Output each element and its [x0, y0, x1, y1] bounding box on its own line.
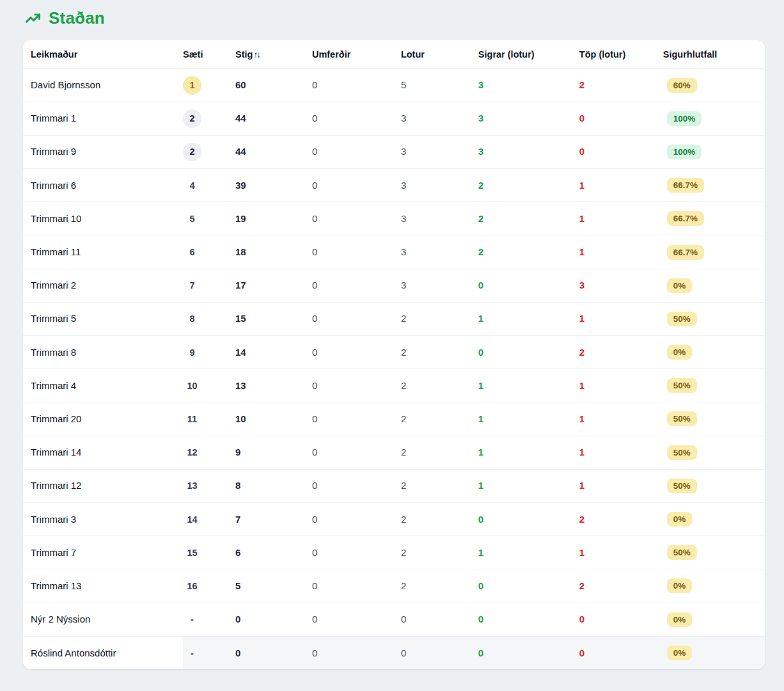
top-value: 0 — [579, 113, 584, 123]
lotur-value: 2 — [401, 480, 406, 491]
player-name: Nýr 2 Nýssion — [31, 614, 90, 624]
umferdir-value: 0 — [312, 213, 317, 224]
seat-badge: 4 — [183, 176, 201, 195]
player-name: Trimmari 14 — [31, 447, 81, 457]
table-row[interactable]: Trimmari 14 12 9 0 2 1 1 50% — [23, 436, 765, 469]
table-row[interactable]: Trimmari 3 14 7 0 2 0 2 0% — [23, 502, 765, 536]
top-value: 1 — [579, 547, 584, 558]
table-row[interactable]: Trimmari 20 11 10 0 2 1 1 50% — [23, 402, 765, 436]
table-row[interactable]: Trimmari 2 7 17 0 3 0 3 0% — [23, 269, 765, 302]
top-value: 2 — [579, 580, 584, 591]
player-name: Trimmari 5 — [31, 313, 76, 324]
stig-value: 17 — [235, 280, 246, 290]
column-header-label: Stig — [235, 49, 253, 60]
sigrar-value: 1 — [478, 313, 483, 324]
top-value: 1 — [579, 480, 584, 491]
player-name: Trimmari 8 — [31, 347, 76, 358]
table-row[interactable]: Trimmari 12 13 8 0 2 1 1 50% — [23, 469, 765, 502]
seat-badge: 10 — [183, 376, 201, 395]
lotur-value: 2 — [401, 447, 406, 457]
top-value: 1 — [579, 447, 584, 457]
top-value: 1 — [579, 180, 584, 191]
sigrar-value: 0 — [478, 347, 483, 358]
top-value: 0 — [579, 647, 584, 658]
pct-badge: 100% — [667, 111, 702, 126]
player-name: Trimmari 12 — [31, 480, 81, 491]
pct-badge: 50% — [667, 378, 697, 393]
pct-badge: 50% — [667, 545, 697, 560]
page-header: Staðan — [23, 8, 765, 28]
stig-value: 44 — [235, 146, 246, 157]
lotur-value: 2 — [401, 547, 406, 558]
seat-badge: 9 — [183, 343, 201, 361]
page-title: Staðan — [49, 8, 105, 28]
top-value: 1 — [579, 380, 584, 391]
table-row[interactable]: David Bjornsson 1 60 0 5 3 2 60% — [23, 68, 765, 102]
seat-badge: 5 — [183, 209, 201, 228]
umferdir-value: 0 — [312, 246, 317, 257]
seat-badge: 16 — [183, 576, 201, 595]
table-row[interactable]: Trimmari 6 4 39 0 3 2 1 66.7% — [23, 169, 765, 202]
top-value: 1 — [579, 246, 584, 257]
lotur-value: 3 — [401, 113, 406, 123]
column-header-label: Sigurhlutfall — [663, 49, 717, 60]
lotur-value: 0 — [401, 647, 406, 658]
pct-badge: 50% — [667, 479, 697, 493]
table-row[interactable]: Trimmari 5 8 15 0 2 1 1 50% — [23, 302, 765, 335]
column-header-label: Lotur — [401, 49, 425, 60]
table-row[interactable]: Trimmari 7 15 6 0 2 1 1 50% — [23, 536, 765, 569]
sort-arrows-icon[interactable]: ↑↓ — [253, 50, 260, 60]
stig-value: 0 — [235, 614, 240, 624]
seat-badge: 12 — [183, 443, 201, 462]
umferdir-value: 0 — [312, 614, 317, 624]
stig-value: 8 — [235, 480, 240, 491]
umferdir-value: 0 — [312, 580, 317, 591]
stig-value: 18 — [235, 246, 246, 257]
stig-value: 15 — [235, 313, 246, 324]
seat-badge: 15 — [183, 543, 201, 562]
seat-badge: 2 — [183, 109, 201, 128]
column-header-label: Sigrar (lotur) — [478, 49, 535, 60]
table-row[interactable]: Nýr 2 Nýssion - 0 0 0 0 0 0% — [23, 603, 765, 636]
pct-badge: 0% — [667, 646, 693, 660]
pct-badge: 66.7% — [667, 245, 704, 260]
sigrar-value: 2 — [478, 246, 483, 257]
lotur-value: 2 — [401, 413, 406, 424]
pct-badge: 50% — [667, 312, 697, 326]
table-row[interactable]: Trimmari 1 2 44 0 3 3 0 100% — [23, 102, 765, 135]
lotur-value: 2 — [401, 514, 406, 525]
sigrar-value: 0 — [478, 647, 483, 658]
umferdir-value: 0 — [312, 280, 317, 290]
table-row[interactable]: Trimmari 11 6 18 0 3 2 1 66.7% — [23, 235, 765, 269]
table-row[interactable]: Trimmari 4 10 13 0 2 1 1 50% — [23, 369, 765, 402]
column-header-stig[interactable]: Stig↑↓ — [235, 40, 312, 68]
table-row[interactable]: Trimmari 13 16 5 0 2 0 2 0% — [23, 569, 765, 603]
column-header-label: Töp (lotur) — [579, 49, 625, 60]
player-name: Trimmari 20 — [31, 413, 81, 424]
top-value: 0 — [579, 614, 584, 624]
umferdir-value: 0 — [312, 413, 317, 424]
top-value: 1 — [579, 313, 584, 324]
stig-value: 10 — [235, 413, 246, 424]
column-header-label: Sæti — [183, 49, 203, 60]
table-row[interactable]: Trimmari 8 9 14 0 2 0 2 0% — [23, 336, 765, 369]
sigrar-value: 1 — [478, 413, 483, 424]
trending-up-icon — [24, 10, 42, 27]
player-name: Trimmari 9 — [31, 146, 76, 157]
column-header-label: Leikmaður — [31, 49, 77, 60]
sigrar-value: 1 — [478, 547, 483, 558]
sigrar-value: 0 — [478, 514, 483, 525]
seat-badge: 2 — [183, 143, 201, 161]
umferdir-value: 0 — [312, 514, 317, 525]
table-row[interactable]: Trimmari 9 2 44 0 3 3 0 100% — [23, 135, 765, 168]
table-row[interactable]: Róslind Antonsdóttir - 0 0 0 0 0 0% — [23, 636, 765, 669]
column-header-sigurhlutfall: Sigurhlutfall — [663, 40, 765, 68]
top-value: 0 — [579, 146, 584, 157]
umferdir-value: 0 — [312, 347, 317, 358]
player-name: Róslind Antonsdóttir — [31, 647, 116, 658]
sigrar-value: 1 — [478, 480, 483, 491]
umferdir-value: 0 — [312, 547, 317, 558]
umferdir-value: 0 — [312, 180, 317, 191]
table-row[interactable]: Trimmari 10 5 19 0 3 2 1 66.7% — [23, 202, 765, 235]
pct-badge: 50% — [667, 411, 697, 426]
